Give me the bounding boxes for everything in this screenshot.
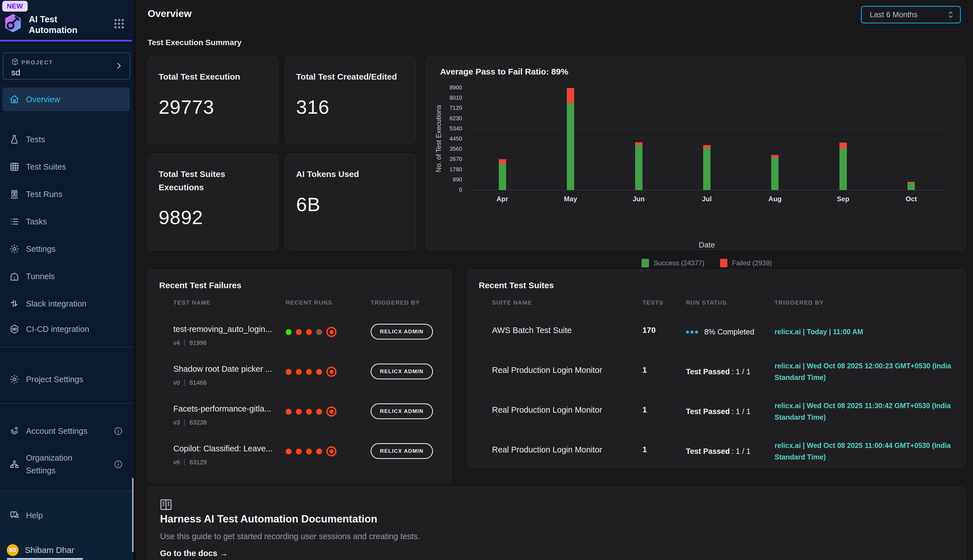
card-title: Recent Test Suites — [479, 280, 554, 290]
date-range-select[interactable]: Last 6 Months — [861, 6, 961, 23]
sidebar-item-label: Test Suites — [26, 162, 66, 172]
sidebar-item-label: Account Settings — [26, 427, 88, 436]
info-icon[interactable] — [113, 426, 123, 436]
test-name: Copilot: Classified: Leave... — [173, 444, 272, 453]
triggered-by-button[interactable]: RELICX ADMIN — [371, 363, 433, 379]
sidebar-item-project-settings[interactable]: Project Settings — [2, 368, 130, 391]
avatar: SD — [7, 544, 18, 556]
column-header-test-name: TEST NAME — [173, 299, 211, 306]
test-version-id: v663129 — [173, 459, 207, 466]
test-name: Facets-performance-gitla... — [173, 404, 271, 413]
progress-dots-icon — [686, 330, 698, 333]
y-axis-ticks: 0890178026703560445053406230712080108900 — [438, 88, 465, 190]
sidebar-item-label: Overview — [26, 95, 60, 104]
test-name: Shadow root Date picker ... — [173, 364, 272, 374]
run-status: Test Passed : 1 / 1 — [686, 352, 751, 392]
tunnel-icon — [9, 271, 20, 282]
sidebar-item-tunnels[interactable]: Tunnels — [2, 265, 130, 288]
select-chevrons-icon — [947, 10, 955, 20]
suite-name: Real Production Login Monitor — [492, 405, 602, 415]
table-row[interactable]: AWS Batch Test Suite 170 8% Completed re… — [479, 312, 954, 352]
project-cube-icon — [11, 58, 19, 66]
table-row[interactable]: Facets-performance-gitla... v363238 RELI… — [159, 392, 440, 431]
triggered-by-button[interactable]: RELICX ADMIN — [371, 403, 433, 419]
project-selector[interactable]: PROJECT sd — [3, 52, 130, 80]
stat-label: Total Test Execution — [158, 70, 267, 83]
gear-icon — [9, 244, 20, 254]
triggered-by-text: relicx.ai | Wed Oct 08 2025 12:00:23 GMT… — [775, 352, 955, 392]
docs-title: Harness AI Test Automation Documentation — [160, 513, 377, 525]
sidebar-item-account-settings[interactable]: Account Settings — [2, 419, 130, 443]
app-logo-icon — [3, 13, 23, 33]
sidebar-item-label: Tests — [26, 135, 45, 144]
info-icon[interactable] — [113, 460, 123, 469]
run-status: Test Passed : 1 / 1 — [686, 432, 751, 471]
sidebar-item-organization-settings[interactable]: Organization Settings — [2, 447, 130, 481]
sidebar-item-label: Test Runs — [26, 190, 62, 199]
column-header-tests: TESTS — [643, 299, 663, 306]
stat-label: Total Test Suites Executions — [158, 168, 252, 194]
chart-plot-area: AprMayJunJulAugSepOct — [468, 88, 945, 190]
docs-link[interactable]: Go to the docs → — [160, 549, 228, 558]
sidebar-item-label: Settings — [26, 245, 56, 254]
stat-value: 9892 — [158, 206, 267, 228]
new-badge: NEW — [2, 1, 28, 12]
table-row[interactable]: Shadow root Date picker ... v081466 RELI… — [159, 352, 440, 392]
sidebar-item-cicd-integration[interactable]: CI-CD integration — [2, 317, 130, 341]
table-row[interactable]: Real Production Login Monitor 1 Test Pas… — [479, 392, 954, 431]
sidebar-scrollbar[interactable] — [132, 478, 133, 552]
table-row[interactable]: test-removing_auto_login... v481996 RELI… — [159, 312, 440, 352]
triggered-by-button[interactable]: RELICX ADMIN — [371, 443, 433, 459]
user-menu[interactable]: SD Shibam Dhar — [0, 541, 128, 559]
slack-icon — [9, 298, 20, 309]
sidebar-item-tasks[interactable]: Tasks — [2, 210, 130, 233]
triggered-by-text: relicx.ai | Wed Oct 08 2025 11:00:44 GMT… — [775, 432, 955, 471]
table-row[interactable]: Real Production Login Monitor 1 Test Pas… — [479, 352, 954, 392]
stat-label: AI Tokens Used — [296, 168, 405, 181]
test-version-id: v363238 — [173, 419, 207, 426]
sidebar-item-test-suites[interactable]: Test Suites — [2, 155, 130, 179]
sidebar-item-test-runs[interactable]: Test Runs — [2, 182, 130, 206]
suite-name: Real Production Login Monitor — [492, 445, 602, 455]
app-switcher-grid-icon[interactable] — [113, 18, 125, 30]
table-row[interactable]: Real Production Login Monitor 1 Test Pas… — [479, 431, 954, 471]
sidebar-item-label: Organization Settings — [26, 452, 97, 477]
sidebar-item-label: CI-CD integration — [26, 325, 89, 334]
grid-icon — [9, 162, 20, 172]
suite-tests-count: 1 — [643, 445, 647, 454]
sidebar-item-overview[interactable]: Overview — [2, 88, 130, 111]
sidebar-item-settings[interactable]: Settings — [2, 237, 130, 261]
table-row[interactable]: Copilot: Classified: Leave... v663129 RE… — [159, 431, 440, 471]
stat-card-total-test-execution: Total Test Execution 29773 — [148, 57, 278, 144]
layers-gear-icon — [9, 426, 20, 436]
flask-icon — [9, 134, 20, 145]
sidebar-item-label: Help — [26, 511, 43, 520]
pass-fail-chart-card: Average Pass to Fail Ratio: 89% No. of T… — [426, 57, 965, 250]
run-status: Test Passed : 1 / 1 — [686, 392, 751, 431]
docs-book-icon — [159, 498, 173, 512]
app-title: AI Test Automation — [29, 14, 77, 35]
test-runs-icon — [9, 189, 20, 199]
documentation-card: Harness AI Test Automation Documentation… — [148, 487, 965, 560]
sidebar-divider — [0, 347, 133, 347]
cicd-hexagon-icon — [9, 324, 20, 334]
stat-value: 316 — [296, 96, 405, 118]
column-header-triggered-by: TRIGGERED BY — [775, 299, 824, 306]
horizontal-scrollbar[interactable] — [7, 558, 83, 560]
suite-name: Real Production Login Monitor — [492, 365, 602, 375]
x-axis-label: Date — [468, 241, 945, 250]
triggered-by-button[interactable]: RELICX ADMIN — [371, 324, 433, 340]
gear-icon — [9, 374, 20, 385]
card-title: Recent Test Failures — [159, 280, 242, 290]
column-header-suite-name: SUITE NAME — [492, 299, 532, 306]
recent-run-dots — [286, 352, 337, 392]
sidebar-item-slack-integration[interactable]: Slack integration — [2, 292, 130, 315]
sidebar-item-help[interactable]: ? Help — [2, 503, 130, 527]
main-content: Overview Last 6 Months Test Execution Su… — [135, 0, 973, 560]
stat-value: 29773 — [158, 96, 267, 118]
org-chart-gear-icon — [9, 459, 20, 469]
sidebar-item-tests[interactable]: Tests — [2, 128, 130, 151]
suite-tests-count: 1 — [643, 405, 647, 414]
legend-swatch-failed — [720, 259, 727, 267]
project-name: sd — [11, 68, 20, 77]
